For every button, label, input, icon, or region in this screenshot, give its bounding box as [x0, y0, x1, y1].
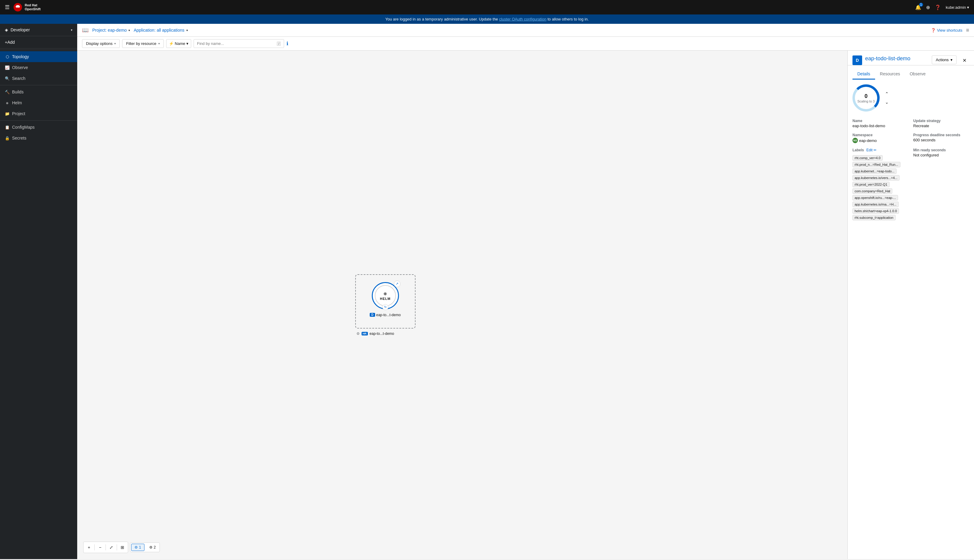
project-selector[interactable]: Project: eap-demo ▾: [92, 28, 130, 33]
tab-details[interactable]: Details: [852, 69, 875, 80]
sidebar-label-topology: Topology: [12, 54, 29, 59]
keyboard-shortcut-hint: /: [277, 42, 281, 46]
sidebar-item-secrets[interactable]: 🔒 Secrets: [0, 133, 77, 143]
actions-chevron: ▾: [951, 58, 952, 62]
search-sidebar-icon: 🔍: [5, 76, 10, 81]
sidebar-add-button[interactable]: +Add: [0, 36, 77, 48]
label-chip-6[interactable]: com.company=Red_Hat: [852, 188, 892, 194]
sidebar-item-topology[interactable]: ⬡ Topology: [0, 51, 77, 62]
user-menu[interactable]: kube:admin ▾: [946, 5, 969, 10]
view-shortcuts-button[interactable]: ❓ View shortcuts: [931, 28, 962, 33]
oauth-link[interactable]: cluster OAuth configuration: [499, 17, 546, 22]
display-options-button[interactable]: Display options ▾: [82, 39, 120, 48]
notifications-icon[interactable]: 🔔 1: [915, 5, 921, 10]
helm-logo-text: HELM: [380, 297, 390, 300]
label-chip-9[interactable]: helm.sh/chart=eap-xp4-1.0.0: [852, 208, 899, 214]
sidebar-item-project[interactable]: 📁 Project: [0, 108, 77, 119]
top-navigation: ☰ Red Hat OpenShift 🔔 1 ⊕ ❓ kube:admin ▾: [0, 0, 974, 15]
zoom-out-button[interactable]: −: [95, 542, 105, 553]
reset-view-button[interactable]: ⊞: [117, 542, 128, 553]
scale-up-button[interactable]: ⌃: [883, 90, 891, 97]
label-chip-1[interactable]: rht.comp_ver=4.0: [852, 155, 882, 161]
list-view-icon[interactable]: ≡: [966, 27, 969, 33]
tab-resources[interactable]: Resources: [875, 69, 905, 80]
label-chip-10[interactable]: rht.subcomp_t=application: [852, 215, 896, 220]
label-chip-7[interactable]: app.openshift.io/ru...=eap-...: [852, 195, 898, 200]
app-title[interactable]: eap-todo-list-demo: [865, 55, 929, 62]
label-chip-5[interactable]: rht.prod_ver=2022-Q1: [852, 182, 890, 187]
label-chip-8[interactable]: app.kubernetes.io/ma...=H...: [852, 202, 899, 207]
scale-down-button[interactable]: ⌄: [883, 98, 891, 106]
tab1-label: 1: [139, 545, 141, 550]
redhat-logo: [13, 3, 22, 12]
sidebar-label-search: Search: [12, 76, 25, 81]
scaling-controls: ⌃ ⌄: [883, 90, 891, 106]
details-grid: Name eap-todo-list-demo Update strategy …: [852, 119, 969, 143]
label-chip-3[interactable]: app.kubernet...=eap-todo...: [852, 168, 897, 174]
sync-icon[interactable]: ↻: [382, 304, 389, 310]
label-chip-4[interactable]: app.kubernetes.io/vers...=4...: [852, 175, 899, 180]
min-ready-section: Min ready seconds Not configured: [913, 148, 969, 225]
label-chip-2[interactable]: rht.prod_n...=Red_Hat_Run...: [852, 162, 901, 167]
sidebar-item-configmaps[interactable]: 📋 ConfigMaps: [0, 122, 77, 133]
book-icon: 📖: [82, 27, 88, 33]
add-button[interactable]: ⊕: [926, 5, 930, 10]
sidebar-item-observe[interactable]: 📈 Observe: [0, 62, 77, 73]
sidebar-label-observe: Observe: [12, 65, 28, 70]
perspective-switcher[interactable]: ◈ Developer ▾: [0, 24, 77, 36]
application-selector[interactable]: Application: all applications ▾: [133, 28, 188, 33]
sidebar-divider-1: [0, 50, 77, 50]
sidebar-item-search[interactable]: 🔍 Search: [0, 73, 77, 84]
sidebar-item-builds[interactable]: 🔨 Builds: [0, 87, 77, 97]
sidebar-label-configmaps: ConfigMaps: [12, 125, 35, 130]
topology-canvas[interactable]: ⎈ HELM ↗ ↻ D eap-to...t-demo: [77, 51, 847, 559]
detail-update-strategy: Update strategy Recreate: [913, 119, 969, 128]
right-panel-body: 0 Scaling to 3 ⌃ ⌄ Name eap-todo-list-de…: [848, 80, 974, 559]
perspective-label: Developer: [10, 27, 30, 32]
labels-list: rht.comp_ver=4.0 rht.prod_n...=Red_Hat_R…: [852, 155, 909, 221]
namespace-link[interactable]: eap-demo: [859, 138, 877, 143]
edit-labels-button[interactable]: Edit ✏: [866, 148, 877, 152]
filter-bar: Display options ▾ Filter by resource ▾ ⚡…: [77, 37, 974, 51]
sidebar: ◈ Developer ▾ +Add ⬡ Topology 📈 Observe …: [0, 24, 77, 559]
hamburger-menu[interactable]: ☰: [5, 4, 10, 10]
close-panel-button[interactable]: ✕: [959, 55, 969, 65]
node-label-row: D eap-to...t-demo: [370, 313, 401, 317]
sidebar-item-helm[interactable]: ⎈ Helm: [0, 97, 77, 108]
scaling-label: Scaling to 3: [857, 100, 874, 103]
sidebar-label-builds: Builds: [12, 90, 23, 94]
project-bar: 📖 Project: eap-demo ▾ Application: all a…: [77, 24, 974, 37]
detail-name: Name eap-todo-list-demo: [852, 119, 909, 128]
tab2-label: 2: [154, 545, 156, 550]
scaling-circle: 0 Scaling to 3: [852, 84, 880, 112]
filter-name-label: Name: [175, 41, 185, 46]
filter-by-resource-label: Filter by resource: [126, 41, 156, 46]
update-strategy-value: Recreate: [913, 123, 969, 128]
app-layout: ◈ Developer ▾ +Add ⬡ Topology 📈 Observe …: [0, 24, 974, 559]
notifications-badge: 1: [919, 3, 923, 7]
filter-by-resource-button[interactable]: Filter by resource ▾: [122, 39, 163, 48]
labels-section: Labels Edit ✏ rht.comp_ver=4.0 rht.prod_…: [852, 148, 909, 221]
name-label: Name: [852, 119, 909, 123]
tab-observe[interactable]: Observe: [905, 69, 931, 80]
search-input-wrap[interactable]: /: [193, 39, 284, 48]
right-panel-header: D eap-todo-list-demo Actions ▾ ✕: [848, 51, 974, 65]
actions-button[interactable]: Actions ▾: [932, 55, 957, 64]
external-link-icon[interactable]: ↗: [394, 281, 400, 287]
scaling-section: 0 Scaling to 3 ⌃ ⌄: [852, 84, 969, 112]
helm-inner-node[interactable]: ⎈ HELM: [375, 285, 396, 306]
shortcuts-help-icon: ❓: [931, 28, 936, 33]
helm-group-box[interactable]: ⎈ HELM ↗ ↻ D eap-to...t-demo: [355, 274, 415, 328]
app-label: Application: all applications: [133, 28, 184, 33]
progress-deadline-label: Progress deadline seconds: [913, 133, 969, 137]
zoom-in-button[interactable]: +: [83, 542, 94, 553]
sidebar-label-secrets: Secrets: [12, 136, 26, 140]
help-icon[interactable]: ❓: [935, 5, 941, 10]
topology-tab-2[interactable]: ⚙ 2: [146, 544, 159, 551]
topology-tab-1[interactable]: ⚙ 1: [131, 544, 144, 551]
filter-name-dropdown[interactable]: ⚡ Name ▾: [166, 39, 192, 48]
info-icon[interactable]: ℹ: [287, 41, 288, 47]
search-input[interactable]: [197, 41, 277, 46]
perspective-icon: ◈: [5, 27, 8, 32]
fit-to-screen-button[interactable]: ⤢: [106, 542, 117, 553]
